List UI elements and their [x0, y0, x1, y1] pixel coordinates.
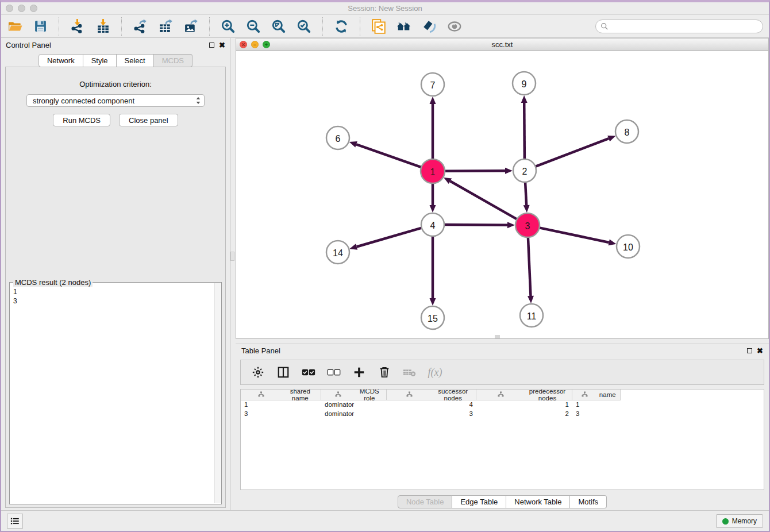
new-network-from-file-icon[interactable] [371, 18, 387, 34]
network-maximize-button[interactable]: + [263, 41, 270, 48]
graph-node-label-15: 15 [428, 314, 438, 323]
zoom-fit-icon[interactable] [271, 18, 287, 34]
column-header-successor-nodes[interactable]: successor nodes [387, 390, 476, 400]
delete-table-icon[interactable] [403, 365, 417, 379]
maximize-window-button[interactable] [30, 5, 37, 12]
mcds-result-text[interactable]: 1 3 [13, 287, 214, 503]
edge-4-3[interactable] [507, 222, 515, 228]
select-all-icon[interactable] [302, 365, 315, 379]
run-mcds-button[interactable]: Run MCDS [53, 114, 110, 126]
table-cell[interactable]: 1 [572, 400, 621, 410]
column-header-MCDS-role[interactable]: MCDS role [321, 390, 387, 400]
table-settings-gear-icon[interactable] [251, 365, 265, 379]
horizontal-splitter[interactable] [236, 339, 769, 343]
tab-node-table[interactable]: Node Table [398, 495, 453, 508]
column-header-predecessor-nodes[interactable]: predecessor nodes [476, 390, 572, 400]
network-view-titlebar[interactable]: ✕ − + scc.txt [236, 38, 768, 51]
column-header-shared-name[interactable]: shared name [241, 390, 321, 400]
edge-2-8[interactable] [607, 136, 615, 141]
delete-column-icon[interactable] [378, 365, 391, 379]
table-cell[interactable]: 3 [241, 410, 321, 419]
float-panel-icon[interactable] [209, 43, 214, 48]
graph-node-label-4: 4 [430, 221, 436, 230]
table-cell[interactable]: 1 [241, 400, 321, 410]
search-input[interactable] [611, 21, 763, 32]
minimize-window-button[interactable] [18, 5, 25, 12]
close-table-panel-icon[interactable]: ✖ [757, 347, 763, 354]
table-cell[interactable]: 3 [387, 410, 476, 419]
import-table-icon[interactable] [95, 18, 111, 34]
show-hide-eye-icon[interactable] [446, 18, 463, 34]
edge-2-9[interactable] [521, 95, 528, 103]
tab-mcds[interactable]: MCDS [154, 54, 192, 67]
export-network-icon[interactable] [132, 18, 148, 34]
float-table-panel-icon[interactable] [747, 348, 752, 353]
zoom-out-icon[interactable] [245, 18, 261, 34]
table-panel: Table Panel ✖ [236, 343, 769, 510]
table-cell[interactable]: dominator [321, 410, 387, 419]
criterion-select-value: strongly connected component [33, 97, 195, 105]
refresh-icon[interactable] [333, 18, 349, 34]
add-column-icon[interactable] [352, 365, 366, 379]
memory-button[interactable]: Memory [716, 514, 763, 528]
close-panel-button[interactable]: Close panel [119, 114, 178, 126]
table-cell[interactable]: 3 [572, 410, 621, 419]
task-history-button[interactable] [7, 514, 23, 529]
table-cell[interactable]: dominator [321, 400, 387, 410]
edge-3-11[interactable] [528, 296, 534, 303]
open-folder-icon[interactable] [7, 18, 23, 34]
node-table[interactable]: shared nameMCDS rolesuccessor nodesprede… [240, 389, 764, 490]
toolbar-separator [209, 17, 210, 36]
search-box[interactable] [595, 20, 763, 33]
tab-select[interactable]: Select [117, 54, 154, 67]
mcds-result-scrollbar[interactable] [214, 283, 221, 503]
table-row[interactable]: 3dominator323 [241, 410, 764, 419]
edge-2-3[interactable] [523, 205, 530, 213]
mcds-panel: Optimization criterion: strongly connect… [5, 67, 226, 508]
zoom-in-icon[interactable] [220, 18, 236, 34]
graph-node-label-2: 2 [522, 167, 528, 176]
network-canvas[interactable]: 1234678910111415 [236, 51, 768, 338]
zoom-selected-icon[interactable] [296, 18, 312, 34]
close-panel-icon[interactable]: ✖ [219, 41, 225, 49]
table-cell[interactable]: 2 [476, 410, 572, 419]
hide-labels-icon[interactable] [421, 18, 437, 34]
edge-4-14[interactable] [349, 244, 357, 250]
function-builder-icon[interactable]: f(x) [428, 365, 442, 379]
close-window-button[interactable] [6, 5, 13, 12]
window-controls [6, 5, 37, 12]
save-icon[interactable] [32, 18, 48, 34]
network-close-button[interactable]: ✕ [240, 41, 247, 48]
table-row[interactable]: 1dominator411 [241, 400, 764, 410]
edge-1-7[interactable] [430, 97, 436, 104]
canvas-resize-handle[interactable] [495, 335, 500, 338]
edge-1-6[interactable] [349, 141, 357, 147]
tab-network[interactable]: Network [38, 54, 83, 67]
attribute-type-icon [575, 391, 595, 398]
table-cell[interactable]: 4 [387, 400, 476, 410]
column-header-name[interactable]: name [572, 390, 621, 400]
splitter-grabber-icon[interactable] [230, 252, 234, 261]
edge-1-4[interactable] [430, 205, 436, 213]
table-header-row: shared nameMCDS rolesuccessor nodesprede… [241, 390, 764, 400]
tab-edge-table[interactable]: Edge Table [452, 495, 506, 508]
tab-style[interactable]: Style [83, 54, 117, 67]
table-cell[interactable]: 1 [476, 400, 572, 410]
criterion-select[interactable]: strongly connected component [26, 94, 205, 107]
edge-3-10[interactable] [609, 240, 617, 246]
export-image-icon[interactable] [183, 18, 199, 34]
panel-splitter[interactable] [230, 38, 234, 510]
graph-node-label-6: 6 [336, 134, 341, 144]
edge-1-2[interactable] [505, 168, 513, 174]
show-columns-icon[interactable] [276, 365, 290, 379]
edge-4-15[interactable] [430, 298, 436, 306]
graph-node-label-11: 11 [527, 311, 537, 321]
export-table-icon[interactable] [157, 18, 174, 34]
tab-network-table[interactable]: Network Table [506, 495, 570, 508]
import-network-icon[interactable] [70, 18, 86, 34]
network-minimize-button[interactable]: − [251, 41, 259, 48]
tab-motifs[interactable]: Motifs [570, 495, 607, 508]
deselect-all-icon[interactable] [327, 365, 341, 379]
home-networks-icon[interactable] [396, 18, 412, 34]
chevron-up-down-icon [195, 96, 202, 105]
